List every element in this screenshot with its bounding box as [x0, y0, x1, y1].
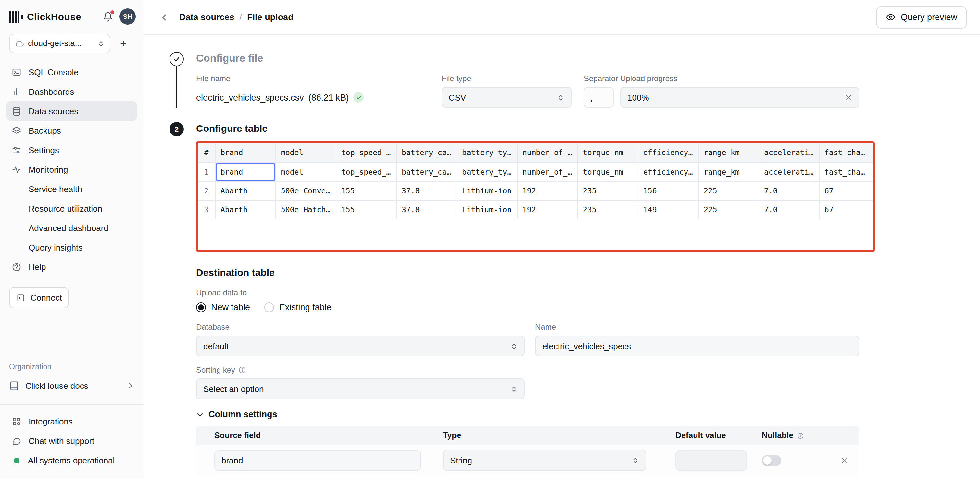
header-source-field: Source field [196, 431, 443, 440]
preview-cell[interactable]: efficiency… [638, 162, 698, 181]
preview-cell[interactable]: fast_cha… [819, 162, 875, 181]
preview-cell[interactable]: 37.8 [396, 200, 457, 219]
help-icon [12, 262, 22, 272]
preview-cell[interactable]: number_of_… [517, 162, 578, 181]
file-type-select[interactable]: CSV [442, 87, 571, 108]
preview-cell[interactable]: battery_ca… [396, 162, 457, 181]
avatar[interactable]: SH [119, 8, 136, 25]
back-button[interactable] [157, 10, 172, 24]
header-default-value: Default value [675, 431, 762, 440]
content: Configure file File name electric_vehicl… [144, 35, 980, 479]
radio-existing-table[interactable]: Existing table [264, 303, 331, 312]
sidebar: ClickHouse SH cloud-get-sta... + SQL Con… [0, 0, 144, 479]
sidebar-item-help[interactable]: Help [6, 257, 137, 276]
nullable-toggle[interactable] [762, 455, 781, 466]
sidebar-item-label: Data sources [29, 106, 78, 116]
query-preview-button[interactable]: Query preview [876, 6, 967, 28]
preview-cell[interactable]: model [275, 162, 336, 181]
preview-cell[interactable]: Abarth [215, 181, 275, 200]
preview-cell[interactable]: accelerati… [759, 162, 819, 181]
add-service-button[interactable]: + [117, 36, 130, 50]
source-field-input[interactable] [214, 450, 421, 470]
col-header: battery_ca… [396, 143, 457, 162]
file-name-label: File name [196, 74, 442, 83]
stepper-line [176, 66, 177, 108]
sidebar-item-label: Settings [29, 145, 59, 155]
service-selector[interactable]: cloud-get-sta... [9, 34, 110, 53]
stage: ClickHouse SH cloud-get-sta... + SQL Con… [0, 0, 980, 479]
clear-upload-x-icon[interactable] [845, 94, 852, 101]
preview-cell[interactable]: battery_ty… [457, 162, 517, 181]
sidebar-item-label: Integrations [29, 416, 73, 426]
sidebar-item-label: Chat with support [29, 436, 94, 446]
sidebar-item-label: Resource utilization [29, 203, 102, 213]
sidebar-item-backups[interactable]: Backups [6, 121, 137, 140]
preview-cell[interactable]: Lithium-ion [457, 200, 517, 219]
preview-cell[interactable]: 500e Hatch… [275, 200, 336, 219]
preview-cell[interactable]: 149 [638, 200, 698, 219]
default-value-input[interactable] [675, 450, 747, 470]
sidebar-item-advanced-dashboard[interactable]: Advanced dashboard [6, 218, 137, 238]
preview-cell[interactable]: 155 [336, 181, 396, 200]
type-select[interactable]: String [443, 450, 646, 471]
upload-progress-value: 100% [627, 92, 649, 102]
sidebar-item-settings[interactable]: Settings [6, 140, 137, 160]
preview-cell[interactable]: 155 [336, 200, 396, 219]
preview-cell[interactable]: 225 [698, 200, 759, 219]
sidebar-item-service-health[interactable]: Service health [6, 179, 137, 198]
sidebar-item-chat-support[interactable]: Chat with support [6, 431, 137, 450]
cloud-icon [15, 39, 24, 48]
preview-cell-focused[interactable]: brand [215, 162, 275, 181]
notifications-bell-icon[interactable] [101, 10, 114, 23]
file-size-value: (86.21 kB) [309, 92, 349, 102]
name-label: Name [535, 323, 859, 331]
sidebar-item-integrations[interactable]: Integrations [6, 411, 137, 431]
preview-cell[interactable]: 67 [819, 200, 875, 219]
remove-column-x-icon[interactable] [841, 457, 848, 464]
preview-cell[interactable]: 235 [578, 181, 638, 200]
preview-cell[interactable]: Lithium-ion [457, 181, 517, 200]
preview-cell[interactable]: range_km [698, 162, 759, 181]
preview-cell[interactable]: torque_nm [578, 162, 638, 181]
main-panel: Data sources / File upload Query preview [144, 0, 980, 479]
preview-cell[interactable]: 37.8 [396, 181, 457, 200]
preview-cell[interactable]: 192 [517, 200, 578, 219]
database-select[interactable]: default [196, 336, 525, 356]
sorting-key-select[interactable]: Select an option [196, 378, 525, 399]
table-name-input[interactable] [535, 336, 859, 356]
preview-cell[interactable]: Abarth [215, 200, 275, 219]
preview-cell[interactable]: top_speed_… [336, 162, 396, 181]
row-number: 1 [198, 162, 215, 181]
sidebar-item-sql-console[interactable]: SQL Console [6, 62, 137, 82]
sidebar-item-system-status[interactable]: All systems operational [6, 450, 137, 470]
connect-button[interactable]: Connect [9, 287, 69, 308]
sidebar-item-data-sources[interactable]: Data sources [6, 101, 137, 121]
backups-icon [12, 125, 22, 135]
breadcrumb-data-sources[interactable]: Data sources [179, 12, 234, 22]
preview-cell[interactable]: 192 [517, 181, 578, 200]
col-header: battery_ty… [457, 143, 517, 162]
data-preview-table: # brand model top_speed_… battery_ca… ba… [198, 143, 875, 219]
preview-cell[interactable]: 156 [638, 181, 698, 200]
separator-input[interactable] [584, 87, 614, 108]
eye-icon [886, 12, 896, 22]
column-settings-toggle[interactable]: Column settings [196, 409, 964, 419]
col-header: efficiency… [638, 143, 698, 162]
clickhouse-docs-link[interactable]: ClickHouse docs [9, 376, 134, 395]
sidebar-item-resource-utilization[interactable]: Resource utilization [6, 198, 137, 218]
clickhouse-console: ClickHouse SH cloud-get-sta... + SQL Con… [0, 0, 980, 479]
radio-new-table[interactable]: New table [196, 303, 250, 312]
preview-cell[interactable]: 67 [819, 181, 875, 200]
configure-table-title: Configure table [196, 122, 964, 135]
preview-cell[interactable]: 235 [578, 200, 638, 219]
preview-cell[interactable]: 7.0 [759, 200, 819, 219]
sidebar-item-monitoring[interactable]: Monitoring [6, 160, 137, 179]
preview-cell[interactable]: 225 [698, 181, 759, 200]
sidebar-item-label: Monitoring [29, 165, 68, 174]
preview-cell[interactable]: 7.0 [759, 181, 819, 200]
preview-cell[interactable]: 500e Conve… [275, 181, 336, 200]
header-nullable: Nullable [762, 431, 793, 440]
sidebar-item-dashboards[interactable]: Dashboards [6, 82, 137, 101]
clickhouse-logo-icon [9, 11, 22, 22]
sidebar-item-query-insights[interactable]: Query insights [6, 238, 137, 257]
